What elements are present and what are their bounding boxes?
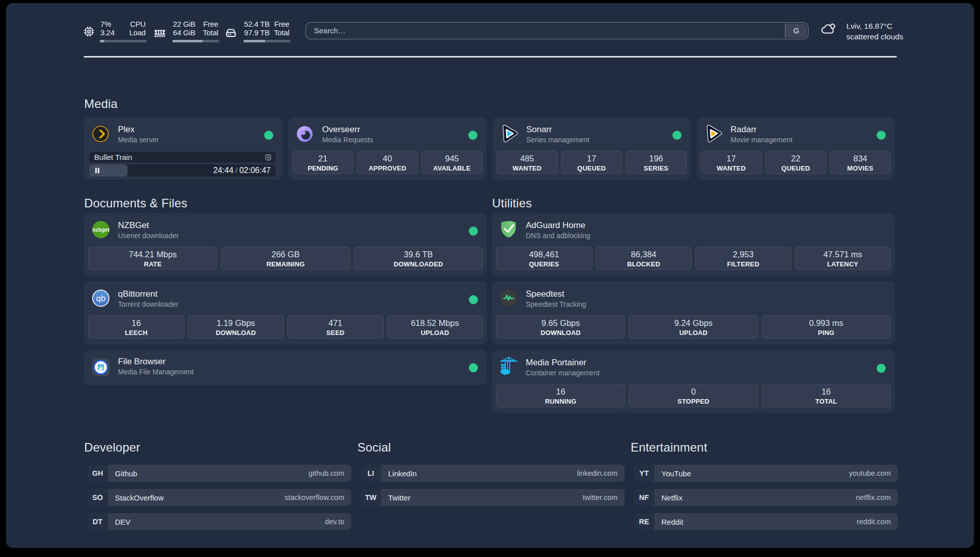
svg-text:nzbget: nzbget xyxy=(92,227,109,233)
svg-text:qb: qb xyxy=(96,294,106,303)
